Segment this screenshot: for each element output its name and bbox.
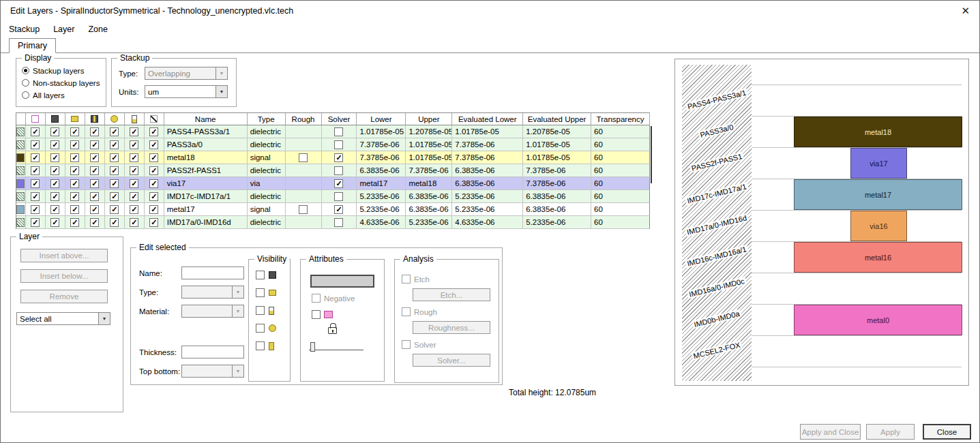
chevron-down-icon[interactable]: ▼ [216,86,227,97]
visibility-checkbox[interactable]: ✓ [110,192,119,201]
visibility-checkbox[interactable]: ✓ [50,153,59,162]
visibility-checkbox[interactable]: ✓ [130,218,138,227]
visibility-checkbox[interactable]: ✓ [70,192,79,201]
column-header[interactable]: Evaluated Lower [452,113,523,125]
visibility-checkbox[interactable]: ✓ [70,218,79,227]
display-option[interactable]: Non-stackup layers [22,78,106,88]
name-input[interactable] [181,266,244,279]
visibility-checkbox[interactable] [256,271,265,279]
visibility-checkbox[interactable]: ✓ [130,166,138,175]
layer-block-metal0[interactable]: metal0 [794,305,962,335]
visibility-checkbox[interactable]: ✓ [50,166,59,175]
column-header[interactable]: Rough [286,113,322,125]
visibility-checkbox[interactable]: ✓ [110,166,119,175]
column-header[interactable]: Type [248,113,286,125]
visibility-checkbox[interactable]: ✓ [90,127,99,136]
visibility-checkbox[interactable]: ✓ [50,192,59,201]
visibility-checkbox[interactable]: ✓ [31,218,40,227]
visibility-checkbox[interactable]: ✓ [149,140,158,149]
visibility-checkbox[interactable]: ✓ [149,166,158,175]
visibility-checkbox[interactable]: ✓ [31,205,40,214]
visibility-checkbox[interactable]: ✓ [50,140,59,149]
column-header-shapes-icon[interactable] [46,113,65,125]
pattern-checkbox[interactable] [312,310,321,319]
visibility-checkbox[interactable]: ✓ [90,179,99,188]
visibility-checkbox[interactable]: ✓ [149,153,158,162]
column-header[interactable]: Lower [357,113,406,125]
layer-block-via17[interactable]: via17 [850,148,907,179]
visibility-checkbox[interactable]: ✓ [130,192,138,201]
solver-checkbox[interactable]: ✓ [334,179,343,188]
visibility-checkbox[interactable]: ✓ [50,179,59,188]
visibility-checkbox[interactable]: ✓ [31,166,40,175]
visibility-checkbox[interactable]: ✓ [70,140,79,149]
table-row[interactable]: ✓✓✓✓✓✓✓PASS4-PASS3a/1dielectric1.01785e-… [16,125,650,138]
visibility-checkbox[interactable]: ✓ [90,166,99,175]
visibility-checkbox[interactable]: ✓ [90,218,99,227]
visibility-checkbox[interactable]: ✓ [70,166,79,175]
close-icon[interactable]: ✕ [961,5,970,17]
visibility-checkbox[interactable]: ✓ [149,127,158,136]
visibility-checkbox[interactable]: ✓ [90,153,99,162]
close-button[interactable]: Close [923,424,971,440]
visibility-checkbox[interactable]: ✓ [130,140,138,149]
solver-checkbox[interactable] [334,127,343,136]
visibility-checkbox[interactable]: ✓ [50,218,59,227]
table-row[interactable]: ✓✓✓✓✓✓✓PASS3a/0dielectric7.3785e-061.017… [16,138,650,151]
column-header-text-icon[interactable] [125,113,145,125]
table-row[interactable]: ✓✓✓✓✓✓✓metal17signal✓5.2335e-066.3835e-0… [16,203,650,216]
table-row[interactable]: ✓✓✓✓✓✓✓metal18signal✓7.3785e-061.01785e-… [16,151,650,164]
rough-checkbox[interactable] [299,205,308,214]
display-option[interactable]: All layers [22,90,106,100]
visibility-checkbox[interactable]: ✓ [90,192,99,201]
select-all-combo[interactable]: Select all ▼ [16,312,110,325]
solver-checkbox[interactable] [334,192,343,201]
solver-checkbox[interactable] [334,166,343,175]
visibility-checkbox[interactable]: ✓ [110,218,119,227]
table-row[interactable]: ✓✓✓✓✓✓✓IMD17c-IMD17a/1dielectric5.2335e-… [16,190,650,203]
visibility-checkbox[interactable]: ✓ [31,140,40,149]
radio-icon[interactable] [22,91,29,99]
visibility-checkbox[interactable]: ✓ [31,192,40,201]
visibility-checkbox[interactable]: ✓ [70,127,79,136]
column-header-pins-icon[interactable] [85,113,105,125]
visibility-checkbox[interactable]: ✓ [110,127,119,136]
visibility-checkbox[interactable]: ✓ [90,205,99,214]
column-header[interactable]: Name [164,113,248,125]
visibility-checkbox[interactable] [256,288,265,297]
column-header[interactable]: Transparency [591,113,650,125]
column-header[interactable]: Evaluated Upper [523,113,591,125]
layer-block-metal18[interactable]: metal18 [794,117,962,147]
solver-checkbox[interactable]: ✓ [334,153,343,162]
solver-checkbox[interactable] [334,218,343,227]
column-header-holes-icon[interactable] [105,113,125,125]
visibility-checkbox[interactable]: ✓ [70,205,79,214]
visibility-checkbox[interactable]: ✓ [70,179,79,188]
visibility-checkbox[interactable]: ✓ [149,179,158,188]
visibility-checkbox[interactable]: ✓ [31,179,40,188]
visibility-checkbox[interactable]: ✓ [90,140,99,149]
units-combo[interactable]: um ▼ [145,85,228,98]
layer-block-metal17[interactable]: metal17 [794,179,962,210]
chevron-down-icon[interactable]: ▼ [98,313,110,324]
visibility-checkbox[interactable]: ✓ [149,218,158,227]
thickness-input[interactable] [181,346,244,358]
slider-handle[interactable] [310,342,315,352]
visibility-checkbox[interactable] [256,324,265,333]
transparency-slider[interactable] [309,341,363,353]
visibility-checkbox[interactable]: ✓ [110,179,119,188]
table-scrollbar[interactable] [651,126,652,183]
tab-primary[interactable]: Primary [9,38,56,53]
visibility-checkbox[interactable]: ✓ [130,153,138,162]
display-option[interactable]: Stackup layers [22,65,106,76]
menu-item-zone[interactable]: Zone [81,22,115,36]
visibility-checkbox[interactable]: ✓ [130,127,138,136]
solver-checkbox[interactable] [334,140,343,149]
visibility-checkbox[interactable]: ✓ [149,192,158,201]
visibility-checkbox[interactable] [256,306,265,315]
column-header-bondwires-icon[interactable] [145,113,164,125]
visibility-checkbox[interactable]: ✓ [149,205,158,214]
menu-item-stackup[interactable]: Stackup [2,22,46,36]
visibility-checkbox[interactable]: ✓ [31,153,40,162]
layer-block-metal16[interactable]: metal16 [794,242,962,273]
